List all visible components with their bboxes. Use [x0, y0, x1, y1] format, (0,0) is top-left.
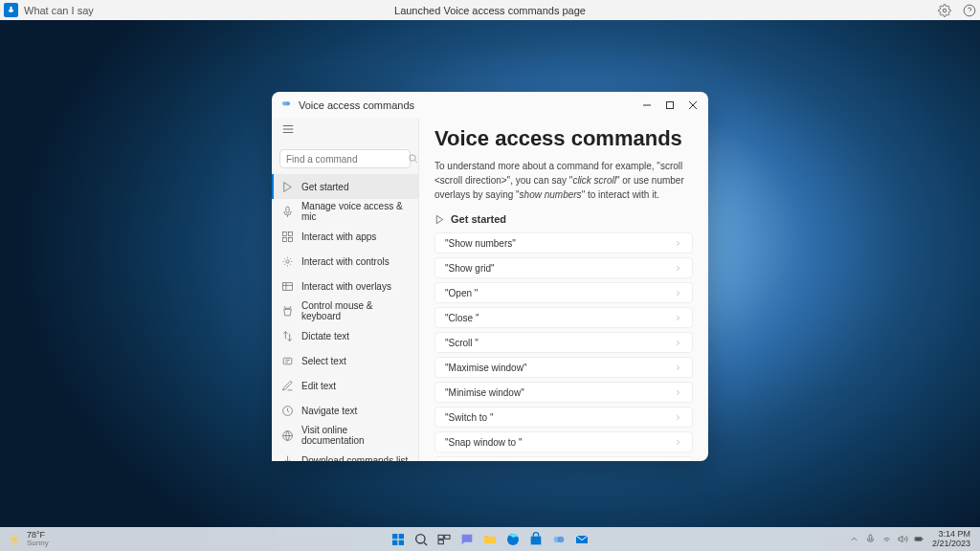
search-icon — [408, 150, 418, 167]
svg-line-32 — [11, 536, 12, 537]
date: 2/21/2023 — [932, 540, 970, 549]
close-button[interactable] — [681, 94, 704, 117]
command-item[interactable]: "Click " — [434, 456, 693, 461]
svg-point-40 — [416, 534, 425, 542]
system-tray[interactable]: 3:14 PM 2/21/2023 — [849, 530, 980, 549]
svg-rect-39 — [399, 540, 404, 544]
chevron-right-icon — [674, 289, 682, 298]
clock[interactable]: 3:14 PM 2/21/2023 — [932, 530, 970, 549]
voice-access-bar: What can I say Launched Voice access com… — [0, 0, 980, 20]
desktop-wallpaper: What can I say Launched Voice access com… — [0, 0, 980, 551]
help-icon[interactable] — [963, 4, 976, 17]
maximize-button[interactable] — [658, 94, 681, 117]
nav-item[interactable]: Navigate text — [272, 398, 418, 423]
chevron-right-icon — [674, 264, 682, 273]
app-icon — [279, 99, 293, 112]
svg-line-34 — [11, 541, 12, 542]
nav-icon — [281, 330, 294, 342]
page-title: Voice access commands — [434, 126, 693, 151]
nav-label: Interact with overlays — [301, 281, 391, 292]
voice-access-mic-button[interactable] — [4, 3, 18, 17]
start-button[interactable] — [389, 530, 408, 549]
search-box[interactable] — [279, 149, 411, 168]
hamburger-menu-button[interactable] — [272, 119, 418, 143]
task-view-button[interactable] — [434, 530, 454, 549]
chat-button[interactable] — [457, 530, 477, 549]
nav-item[interactable]: Control mouse & keyboard — [272, 298, 418, 323]
nav-label: Navigate text — [301, 406, 357, 416]
svg-rect-43 — [445, 535, 450, 539]
command-item[interactable]: "Minimise window" — [434, 382, 693, 403]
svg-rect-22 — [283, 358, 292, 364]
nav-icon — [281, 355, 294, 367]
nav-list: Get startedManage voice access & micInte… — [272, 174, 418, 423]
section-header: Get started — [434, 213, 693, 225]
nav-icon — [281, 430, 294, 442]
nav-item[interactable]: Interact with overlays — [272, 274, 418, 298]
svg-rect-46 — [531, 536, 542, 544]
command-label: "Open " — [445, 288, 478, 298]
command-item[interactable]: "Show grid" — [434, 257, 693, 278]
chevron-up-icon[interactable] — [849, 534, 859, 544]
svg-line-41 — [424, 542, 427, 545]
edge-button[interactable] — [503, 530, 523, 549]
nav-label: Dictate text — [301, 331, 349, 342]
nav-item[interactable]: Interact with controls — [272, 249, 418, 274]
mail-button[interactable] — [572, 530, 591, 549]
voice-access-app-button[interactable] — [549, 530, 568, 549]
search-input[interactable] — [286, 154, 408, 165]
svg-marker-26 — [436, 215, 442, 223]
store-button[interactable] — [526, 530, 546, 549]
command-item[interactable]: "Maximise window" — [434, 357, 693, 378]
svg-marker-13 — [284, 182, 292, 191]
chevron-right-icon — [674, 413, 682, 422]
nav-item[interactable]: Edit text — [272, 373, 418, 398]
section-title: Get started — [451, 213, 506, 225]
settings-icon[interactable] — [938, 4, 951, 17]
window-titlebar[interactable]: Voice access commands — [272, 92, 708, 119]
nav-bottom-item[interactable]: Download commands list — [272, 448, 418, 461]
nav-item[interactable]: Dictate text — [272, 323, 418, 348]
mic-tray-icon[interactable] — [865, 534, 876, 544]
command-item[interactable]: "Open " — [434, 282, 693, 303]
nav-label: Edit text — [301, 381, 336, 391]
command-item[interactable]: "Switch to " — [434, 407, 693, 428]
sidebar: Get startedManage voice access & micInte… — [272, 119, 419, 461]
svg-rect-5 — [667, 102, 674, 109]
file-explorer-button[interactable] — [480, 530, 500, 549]
content-pane: Voice access commands To understand more… — [419, 119, 708, 461]
svg-rect-36 — [392, 534, 397, 539]
command-item[interactable]: "Snap window to " — [434, 431, 693, 452]
command-item[interactable]: "Scroll " — [434, 332, 693, 353]
nav-item[interactable]: Manage voice access & mic — [272, 199, 418, 224]
chevron-right-icon — [674, 388, 682, 397]
svg-point-27 — [12, 537, 17, 541]
nav-item[interactable]: Get started — [272, 174, 418, 199]
weather-widget[interactable]: 78°F Sunny — [0, 531, 49, 547]
nav-item[interactable]: Select text — [272, 348, 418, 373]
minimize-button[interactable] — [635, 94, 658, 117]
wifi-icon[interactable] — [881, 534, 892, 544]
chevron-right-icon — [674, 239, 682, 248]
weather-icon — [8, 533, 21, 546]
command-item[interactable]: "Close " — [434, 307, 693, 328]
sidebar-bottom: Visit online documentationDownload comma… — [272, 423, 418, 461]
chevron-right-icon — [674, 314, 682, 322]
nav-bottom-item[interactable]: Visit online documentation — [272, 423, 418, 448]
svg-point-18 — [286, 259, 289, 262]
nav-icon — [281, 380, 294, 392]
volume-icon[interactable] — [898, 534, 908, 544]
svg-rect-19 — [283, 282, 293, 290]
command-item[interactable]: "Show numbers" — [434, 232, 693, 253]
nav-icon — [281, 231, 294, 243]
nav-label: Select text — [301, 356, 346, 366]
search-button[interactable] — [412, 530, 431, 549]
svg-point-3 — [285, 101, 290, 106]
nav-label: Get started — [301, 182, 348, 192]
command-label: "Minimise window" — [445, 387, 524, 398]
nav-item[interactable]: Interact with apps — [272, 224, 418, 249]
svg-rect-44 — [438, 540, 443, 543]
nav-label: Manage voice access & mic — [301, 201, 409, 222]
svg-point-48 — [558, 536, 565, 542]
battery-icon[interactable] — [914, 534, 924, 544]
